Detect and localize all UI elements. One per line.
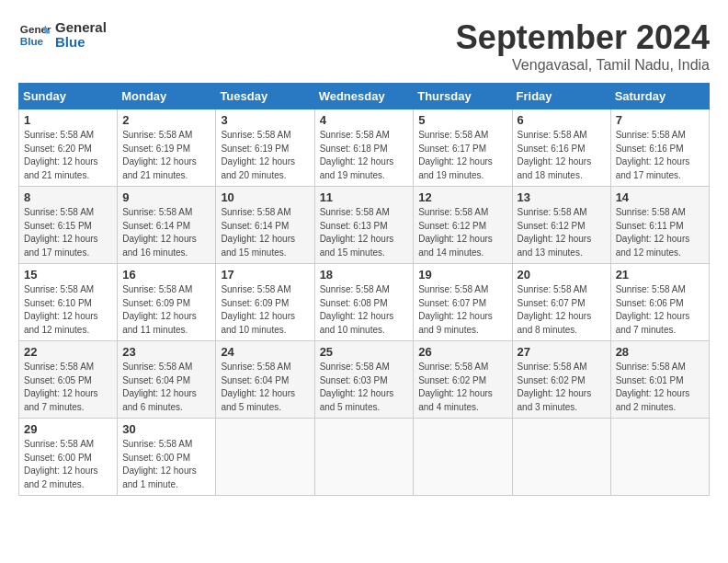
calendar-week-row: 15Sunrise: 5:58 AM Sunset: 6:10 PM Dayli… — [19, 264, 710, 341]
day-detail: Sunrise: 5:58 AM Sunset: 6:14 PM Dayligh… — [221, 206, 309, 259]
day-number: 6 — [518, 113, 606, 127]
day-number: 29 — [24, 422, 112, 436]
title-area: September 2024 Vengavasal, Tamil Nadu, I… — [456, 18, 710, 74]
day-detail: Sunrise: 5:58 AM Sunset: 6:08 PM Dayligh… — [320, 283, 409, 337]
day-number: 23 — [122, 345, 210, 359]
day-number: 24 — [221, 345, 309, 359]
calendar-cell: 8Sunrise: 5:58 AM Sunset: 6:15 PM Daylig… — [19, 187, 118, 264]
header-wednesday: Wednesday — [314, 84, 414, 109]
day-detail: Sunrise: 5:58 AM Sunset: 6:05 PM Dayligh… — [24, 361, 112, 414]
day-detail: Sunrise: 5:58 AM Sunset: 6:12 PM Dayligh… — [518, 206, 606, 259]
calendar-cell: 17Sunrise: 5:58 AM Sunset: 6:09 PM Dayli… — [216, 264, 314, 341]
day-number: 4 — [320, 113, 409, 127]
header-thursday: Thursday — [414, 84, 512, 109]
calendar-week-row: 22Sunrise: 5:58 AM Sunset: 6:05 PM Dayli… — [19, 341, 710, 419]
calendar-cell: 5Sunrise: 5:58 AM Sunset: 6:17 PM Daylig… — [414, 109, 512, 187]
calendar-cell: 7Sunrise: 5:58 AM Sunset: 6:16 PM Daylig… — [610, 109, 709, 187]
calendar-cell: 20Sunrise: 5:58 AM Sunset: 6:07 PM Dayli… — [512, 264, 610, 341]
day-number: 9 — [122, 190, 210, 204]
day-detail: Sunrise: 5:58 AM Sunset: 6:09 PM Dayligh… — [221, 283, 309, 337]
day-number: 18 — [320, 268, 409, 282]
calendar-cell: 22Sunrise: 5:58 AM Sunset: 6:05 PM Dayli… — [19, 341, 118, 419]
calendar-cell: 12Sunrise: 5:58 AM Sunset: 6:12 PM Dayli… — [414, 187, 512, 264]
day-number: 16 — [122, 268, 210, 282]
day-number: 13 — [518, 190, 606, 204]
day-detail: Sunrise: 5:58 AM Sunset: 6:02 PM Dayligh… — [418, 361, 506, 414]
calendar-cell: 27Sunrise: 5:58 AM Sunset: 6:02 PM Dayli… — [512, 341, 610, 419]
day-detail: Sunrise: 5:58 AM Sunset: 6:01 PM Dayligh… — [616, 361, 704, 414]
day-number: 7 — [616, 113, 704, 127]
day-detail: Sunrise: 5:58 AM Sunset: 6:19 PM Dayligh… — [221, 129, 309, 182]
day-detail: Sunrise: 5:58 AM Sunset: 6:02 PM Dayligh… — [518, 361, 606, 414]
day-number: 25 — [320, 345, 409, 359]
calendar-cell: 25Sunrise: 5:58 AM Sunset: 6:03 PM Dayli… — [314, 341, 414, 419]
day-number: 3 — [221, 113, 309, 127]
day-detail: Sunrise: 5:58 AM Sunset: 6:10 PM Dayligh… — [24, 283, 112, 337]
logo-line2: Blue — [55, 35, 107, 51]
day-detail: Sunrise: 5:58 AM Sunset: 6:00 PM Dayligh… — [24, 438, 112, 491]
calendar-cell: 3Sunrise: 5:58 AM Sunset: 6:19 PM Daylig… — [216, 109, 314, 187]
calendar-cell: 26Sunrise: 5:58 AM Sunset: 6:02 PM Dayli… — [414, 341, 512, 419]
day-detail: Sunrise: 5:58 AM Sunset: 6:04 PM Dayligh… — [221, 361, 309, 414]
day-number: 10 — [221, 190, 309, 204]
calendar-cell — [314, 419, 414, 496]
day-detail: Sunrise: 5:58 AM Sunset: 6:03 PM Dayligh… — [320, 361, 409, 414]
day-detail: Sunrise: 5:58 AM Sunset: 6:13 PM Dayligh… — [320, 206, 409, 259]
header-saturday: Saturday — [610, 84, 709, 109]
day-number: 2 — [122, 113, 210, 127]
calendar-table: SundayMondayTuesdayWednesdayThursdayFrid… — [18, 83, 710, 496]
header-friday: Friday — [512, 84, 610, 109]
day-number: 19 — [418, 268, 506, 282]
day-detail: Sunrise: 5:58 AM Sunset: 6:00 PM Dayligh… — [122, 438, 210, 491]
day-number: 1 — [24, 113, 112, 127]
calendar-cell — [610, 419, 709, 496]
day-detail: Sunrise: 5:58 AM Sunset: 6:18 PM Dayligh… — [320, 129, 409, 182]
page-header: General Blue General Blue September 2024… — [18, 18, 710, 74]
calendar-cell: 9Sunrise: 5:58 AM Sunset: 6:14 PM Daylig… — [118, 187, 216, 264]
calendar-cell: 16Sunrise: 5:58 AM Sunset: 6:09 PM Dayli… — [118, 264, 216, 341]
calendar-cell: 15Sunrise: 5:58 AM Sunset: 6:10 PM Dayli… — [19, 264, 118, 341]
header-tuesday: Tuesday — [216, 84, 314, 109]
header-sunday: Sunday — [19, 84, 118, 109]
calendar-week-row: 1Sunrise: 5:58 AM Sunset: 6:20 PM Daylig… — [19, 109, 710, 187]
svg-text:Blue: Blue — [20, 35, 44, 47]
day-detail: Sunrise: 5:58 AM Sunset: 6:15 PM Dayligh… — [24, 206, 112, 259]
day-number: 20 — [518, 268, 606, 282]
calendar-cell: 6Sunrise: 5:58 AM Sunset: 6:16 PM Daylig… — [512, 109, 610, 187]
calendar-cell: 29Sunrise: 5:58 AM Sunset: 6:00 PM Dayli… — [19, 419, 118, 496]
calendar-cell — [414, 419, 512, 496]
day-number: 21 — [616, 268, 704, 282]
calendar-week-row: 29Sunrise: 5:58 AM Sunset: 6:00 PM Dayli… — [19, 419, 710, 496]
day-number: 5 — [418, 113, 506, 127]
day-detail: Sunrise: 5:58 AM Sunset: 6:04 PM Dayligh… — [122, 361, 210, 414]
day-number: 11 — [320, 190, 409, 204]
day-detail: Sunrise: 5:58 AM Sunset: 6:16 PM Dayligh… — [518, 129, 606, 182]
location-title: Vengavasal, Tamil Nadu, India — [456, 57, 710, 74]
calendar-cell: 14Sunrise: 5:58 AM Sunset: 6:11 PM Dayli… — [610, 187, 709, 264]
day-number: 22 — [24, 345, 112, 359]
calendar-cell: 4Sunrise: 5:58 AM Sunset: 6:18 PM Daylig… — [314, 109, 414, 187]
day-detail: Sunrise: 5:58 AM Sunset: 6:20 PM Dayligh… — [24, 129, 112, 182]
calendar-cell: 11Sunrise: 5:58 AM Sunset: 6:13 PM Dayli… — [314, 187, 414, 264]
day-detail: Sunrise: 5:58 AM Sunset: 6:07 PM Dayligh… — [518, 283, 606, 337]
calendar-cell — [512, 419, 610, 496]
calendar-cell: 13Sunrise: 5:58 AM Sunset: 6:12 PM Dayli… — [512, 187, 610, 264]
calendar-week-row: 8Sunrise: 5:58 AM Sunset: 6:15 PM Daylig… — [19, 187, 710, 264]
day-number: 15 — [24, 268, 112, 282]
day-number: 8 — [24, 190, 112, 204]
day-number: 28 — [616, 345, 704, 359]
logo-icon: General Blue — [18, 18, 51, 52]
calendar-cell: 19Sunrise: 5:58 AM Sunset: 6:07 PM Dayli… — [414, 264, 512, 341]
day-detail: Sunrise: 5:58 AM Sunset: 6:06 PM Dayligh… — [616, 283, 704, 337]
day-detail: Sunrise: 5:58 AM Sunset: 6:17 PM Dayligh… — [418, 129, 506, 182]
day-number: 30 — [122, 422, 210, 436]
day-detail: Sunrise: 5:58 AM Sunset: 6:07 PM Dayligh… — [418, 283, 506, 337]
day-detail: Sunrise: 5:58 AM Sunset: 6:19 PM Dayligh… — [122, 129, 210, 182]
day-number: 26 — [418, 345, 506, 359]
logo-line1: General — [55, 20, 107, 36]
calendar-cell: 24Sunrise: 5:58 AM Sunset: 6:04 PM Dayli… — [216, 341, 314, 419]
calendar-cell: 10Sunrise: 5:58 AM Sunset: 6:14 PM Dayli… — [216, 187, 314, 264]
calendar-cell: 30Sunrise: 5:58 AM Sunset: 6:00 PM Dayli… — [118, 419, 216, 496]
day-number: 17 — [221, 268, 309, 282]
month-title: September 2024 — [456, 18, 710, 57]
